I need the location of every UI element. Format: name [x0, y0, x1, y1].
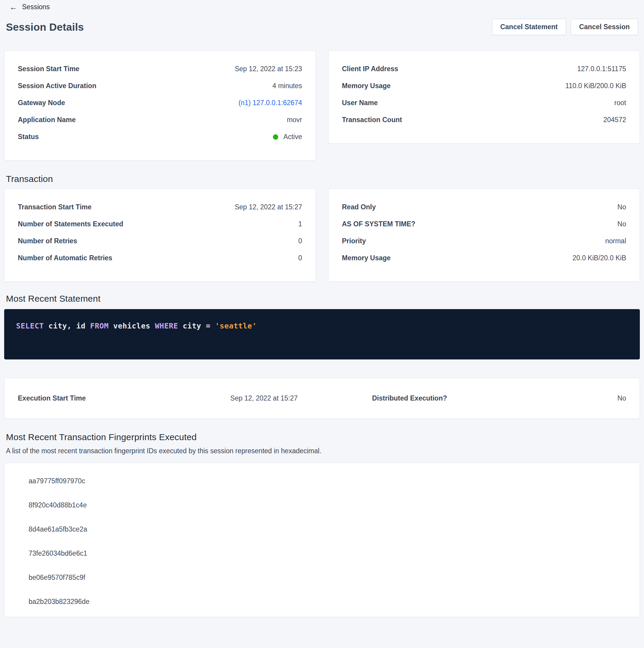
fingerprint-item: 8d4ae61a5fb3ce2a — [18, 517, 626, 541]
session-details-page: ← Sessions Session Details Cancel Statem… — [0, 0, 644, 617]
page-title: Session Details — [6, 21, 84, 33]
row-label: Session Active Duration — [18, 82, 97, 90]
row-label: Transaction Count — [342, 116, 402, 124]
row-label: User Name — [342, 99, 378, 107]
sql-text: city, id — [44, 322, 90, 330]
row-value: 4 minutes — [272, 82, 302, 90]
row-label: Memory Usage — [342, 82, 391, 90]
row-label: Transaction Start Time — [18, 203, 92, 211]
row-label: Gateway Node — [18, 99, 65, 107]
table-row: Memory Usage 110.0 KiB/200.0 KiB — [342, 77, 626, 94]
sql-keyword: WHERE — [155, 322, 178, 330]
row-value: 0 — [298, 254, 302, 262]
sql-statement-text: SELECT city, id FROM vehicles WHERE city… — [16, 322, 628, 330]
row-value: No — [618, 220, 626, 228]
table-row: Client IP Address 127.0.0.1:51175 — [342, 60, 626, 77]
table-row: Transaction Count 204572 — [342, 111, 626, 128]
table-row: Application Name movr — [18, 111, 302, 128]
statement-section-heading: Most Recent Statement — [6, 293, 640, 304]
table-row: Session Active Duration 4 minutes — [18, 77, 302, 94]
row-label: Execution Start Time — [18, 394, 86, 402]
row-value: No — [618, 203, 626, 211]
row-label: Number of Statements Executed — [18, 220, 123, 228]
row-value: normal — [605, 237, 626, 245]
table-row: Memory Usage 20.0 KiB/20.0 KiB — [342, 250, 626, 267]
table-row: Number of Statements Executed 1 — [18, 216, 302, 232]
table-row: Status Active — [18, 128, 302, 145]
transaction-section: Transaction Start Time Sep 12, 2022 at 1… — [4, 189, 640, 282]
sql-statement-box: SELECT city, id FROM vehicles WHERE city… — [4, 309, 640, 360]
row-value: 20.0 KiB/20.0 KiB — [573, 254, 626, 262]
fingerprint-item: 8f920c40d88b1c4e — [18, 493, 626, 517]
fingerprints-card: aa79775ff097970c 8f920c40d88b1c4e 8d4ae6… — [4, 463, 640, 617]
row-value: 0 — [298, 237, 302, 245]
breadcrumb-sessions-link[interactable]: Sessions — [22, 3, 50, 11]
table-row: Session Start Time Sep 12, 2022 at 15:23 — [18, 60, 302, 77]
sql-string-literal: 'seattle' — [215, 322, 257, 330]
row-label: Memory Usage — [342, 254, 391, 262]
fingerprint-item: be06e9570f785c9f — [18, 565, 626, 590]
row-label: Status — [18, 133, 39, 141]
row-value: movr — [287, 116, 302, 124]
sql-text: vehicles — [109, 322, 155, 330]
fingerprints-description: A list of the most recent transaction fi… — [6, 447, 640, 455]
row-value: Sep 12, 2022 at 15:23 — [235, 65, 302, 73]
row-label: Number of Retries — [18, 237, 77, 245]
table-row: AS OF SYSTEM TIME? No — [342, 216, 626, 232]
row-value: 204572 — [603, 116, 626, 124]
transaction-card-right: Read Only No AS OF SYSTEM TIME? No Prior… — [328, 189, 640, 282]
table-row: Execution Start Time Sep 12, 2022 at 15:… — [18, 394, 298, 402]
fingerprints-section-heading: Most Recent Transaction Fingerprints Exe… — [6, 432, 640, 442]
table-row: Priority normal — [342, 232, 626, 250]
row-value: Sep 12, 2022 at 15:27 — [235, 203, 302, 211]
row-value: Sep 12, 2022 at 15:27 — [230, 394, 298, 402]
table-row: User Name root — [342, 94, 626, 111]
status-text: Active — [283, 133, 302, 141]
transaction-section-heading: Transaction — [6, 174, 640, 184]
status-badge: Active — [273, 133, 302, 141]
table-row: Number of Retries 0 — [18, 232, 302, 250]
row-value: root — [614, 99, 626, 107]
table-row: Read Only No — [342, 199, 626, 216]
row-label: Session Start Time — [18, 65, 79, 73]
row-label: Priority — [342, 237, 366, 245]
fingerprint-item: aa79775ff097970c — [18, 469, 626, 493]
cancel-statement-button[interactable]: Cancel Statement — [492, 19, 566, 35]
status-active-dot — [273, 134, 278, 140]
header-actions: Cancel Statement Cancel Session — [492, 19, 638, 35]
fingerprint-item: 73fe26034bd6e6c1 — [18, 541, 626, 565]
table-row: Gateway Node (n1) 127.0.0.1:62674 — [18, 94, 302, 111]
table-row: Distributed Execution? No — [298, 394, 626, 402]
breadcrumb: ← Sessions — [4, 0, 640, 11]
row-value: 127.0.0.1:51175 — [577, 65, 626, 73]
sql-keyword: FROM — [90, 322, 109, 330]
row-value: No — [618, 394, 626, 402]
transaction-card-left: Transaction Start Time Sep 12, 2022 at 1… — [4, 189, 316, 282]
row-label: Distributed Execution? — [372, 394, 447, 402]
row-value: 110.0 KiB/200.0 KiB — [566, 82, 626, 90]
execution-card: Execution Start Time Sep 12, 2022 at 15:… — [4, 378, 640, 419]
table-row: Transaction Start Time Sep 12, 2022 at 1… — [18, 199, 302, 216]
row-value: 1 — [298, 220, 302, 228]
back-arrow-icon[interactable]: ← — [9, 3, 17, 11]
row-label: Read Only — [342, 203, 376, 211]
session-summary-card-left: Session Start Time Sep 12, 2022 at 15:23… — [4, 51, 316, 161]
row-label: Number of Automatic Retries — [18, 254, 112, 262]
sql-text: city = — [178, 322, 215, 330]
session-summary-card-right: Client IP Address 127.0.0.1:51175 Memory… — [328, 51, 640, 144]
sql-keyword: SELECT — [16, 322, 44, 330]
row-label: Client IP Address — [342, 65, 398, 73]
fingerprint-item: ba2b203b823296de — [18, 590, 626, 614]
gateway-node-link[interactable]: (n1) 127.0.0.1:62674 — [238, 99, 302, 107]
table-row: Number of Automatic Retries 0 — [18, 250, 302, 267]
row-label: Application Name — [18, 116, 75, 124]
session-summary-section: Session Start Time Sep 12, 2022 at 15:23… — [4, 51, 640, 161]
row-label: AS OF SYSTEM TIME? — [342, 220, 415, 228]
cancel-session-button[interactable]: Cancel Session — [571, 19, 638, 35]
page-header: Session Details Cancel Statement Cancel … — [6, 19, 638, 35]
